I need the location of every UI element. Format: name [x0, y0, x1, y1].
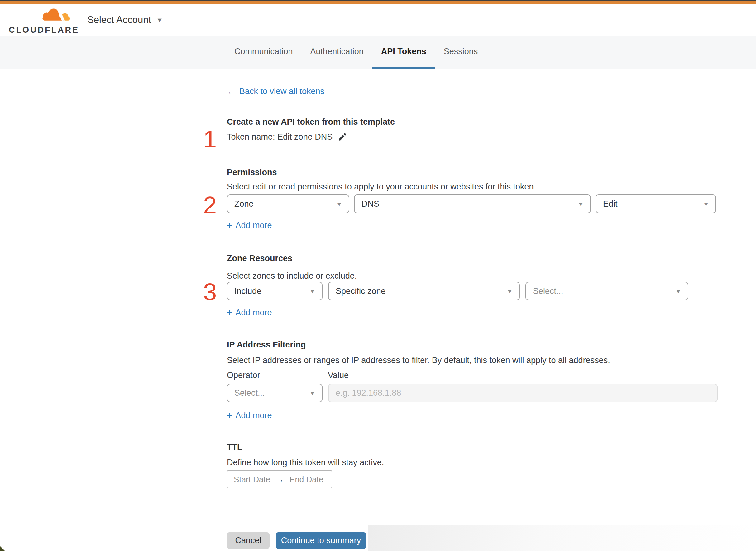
chevron-down-icon: ▼: [675, 288, 682, 294]
zone-resources-row: Include ▼ Specific zone ▼ Select... ▼: [227, 282, 688, 301]
back-link-label: Back to view all tokens: [239, 87, 324, 96]
add-more-label: Add more: [235, 308, 272, 318]
permission-scope-value: Zone: [234, 199, 254, 209]
edit-pencil-icon[interactable]: [337, 132, 347, 142]
chevron-down-icon: ▼: [309, 288, 316, 294]
value-label: Value: [328, 371, 349, 380]
tab-communication[interactable]: Communication: [226, 36, 302, 69]
plus-icon: +: [227, 410, 232, 421]
create-token-heading: Create a new API token from this templat…: [227, 117, 395, 127]
zone-resources-description: Select zones to include or exclude.: [227, 271, 357, 281]
tab-sessions[interactable]: Sessions: [435, 36, 487, 69]
zone-mode-select[interactable]: Include ▼: [227, 282, 322, 301]
permissions-description: Select edit or read permissions to apply…: [227, 182, 534, 192]
top-accent-bar: [0, 1, 756, 4]
back-link[interactable]: ← Back to view all tokens: [227, 86, 324, 97]
decorative-leaf-corner: [0, 545, 5, 551]
ip-filtering-labels: Operator Value: [227, 371, 718, 380]
permission-access-value: Edit: [603, 199, 618, 209]
end-date-placeholder: End Date: [289, 475, 323, 484]
main-content: ← Back to view all tokens 1 Create a new…: [227, 69, 718, 551]
cloudflare-wordmark: CLOUDFLARE: [9, 25, 79, 35]
chevron-down-icon: ▼: [336, 201, 342, 207]
permission-access-select[interactable]: Edit ▼: [596, 194, 716, 213]
chevron-down-icon: ▼: [156, 17, 163, 23]
tab-api-tokens[interactable]: API Tokens: [372, 36, 435, 69]
chevron-down-icon: ▼: [703, 201, 709, 207]
account-selector-label: Select Account: [87, 14, 151, 26]
permission-scope-select[interactable]: Zone ▼: [227, 194, 349, 213]
ip-filtering-add-more-button[interactable]: + Add more: [227, 410, 272, 421]
cancel-button[interactable]: Cancel: [227, 532, 269, 549]
chevron-down-icon: ▼: [309, 390, 316, 396]
zone-resources-add-more-button[interactable]: + Add more: [227, 307, 272, 318]
background-gradient: [368, 525, 756, 551]
ip-filtering-description: Select IP addresses or ranges of IP addr…: [227, 356, 610, 365]
chevron-down-icon: ▼: [578, 201, 584, 207]
step-number-1: 1: [203, 127, 222, 151]
ip-filtering-row: Select... ▼: [227, 384, 718, 402]
zone-resources-heading: Zone Resources: [227, 254, 292, 263]
footer-actions: Cancel Continue to summary: [227, 532, 366, 549]
start-date-placeholder: Start Date: [234, 475, 270, 484]
ip-operator-placeholder: Select...: [234, 388, 265, 398]
add-more-label: Add more: [235, 411, 272, 420]
back-arrow-icon: ←: [227, 86, 236, 97]
permissions-heading: Permissions: [227, 168, 277, 177]
plus-icon: +: [227, 220, 232, 230]
permissions-row: Zone ▼ DNS ▼ Edit ▼: [227, 194, 718, 213]
header: CLOUDFLARE Select Account ▼: [0, 4, 756, 36]
zone-mode-value: Include: [234, 287, 261, 296]
add-more-label: Add more: [235, 221, 272, 230]
date-range-picker[interactable]: Start Date → End Date: [227, 470, 332, 488]
token-name-label: Token name: Edit zone DNS: [227, 132, 332, 142]
permissions-add-more-button[interactable]: + Add more: [227, 220, 272, 230]
continue-to-summary-button[interactable]: Continue to summary: [276, 532, 366, 549]
ip-value-input[interactable]: [328, 384, 718, 402]
step-number-3: 3: [203, 280, 222, 304]
zone-picker-placeholder: Select...: [533, 287, 564, 296]
zone-picker-select[interactable]: Select... ▼: [525, 282, 688, 301]
token-name-row: Token name: Edit zone DNS: [227, 132, 347, 142]
step-number-2: 2: [203, 193, 222, 217]
ip-operator-select[interactable]: Select... ▼: [227, 384, 322, 402]
operator-label: Operator: [227, 371, 260, 380]
zone-type-select[interactable]: Specific zone ▼: [328, 282, 520, 301]
ttl-description: Define how long this token will stay act…: [227, 458, 384, 468]
permission-service-value: DNS: [361, 199, 379, 209]
plus-icon: +: [227, 307, 232, 318]
ip-filtering-heading: IP Address Filtering: [227, 340, 306, 350]
cloudflare-cloud-icon: [36, 7, 71, 24]
footer-divider: [227, 523, 718, 523]
ttl-heading: TTL: [227, 442, 242, 452]
tab-authentication[interactable]: Authentication: [302, 36, 372, 69]
zone-type-value: Specific zone: [335, 287, 386, 296]
tab-bar: Communication Authentication API Tokens …: [0, 36, 756, 69]
cloudflare-logo[interactable]: CLOUDFLARE: [9, 7, 71, 35]
right-arrow-icon: →: [276, 475, 284, 484]
permission-service-select[interactable]: DNS ▼: [354, 194, 591, 213]
chevron-down-icon: ▼: [506, 288, 513, 294]
account-selector[interactable]: Select Account ▼: [87, 4, 163, 36]
